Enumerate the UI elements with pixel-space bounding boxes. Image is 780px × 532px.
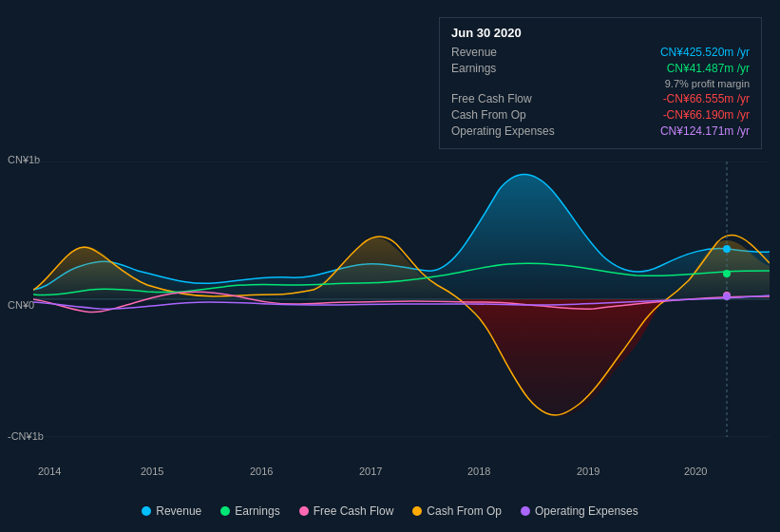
tooltip-value-revenue: CN¥425.520m /yr — [660, 46, 750, 59]
tooltip-value-earnings: CN¥41.487m /yr — [667, 62, 750, 75]
chart-svg — [33, 162, 770, 437]
tooltip-row-cfo: Cash From Op -CN¥66.190m /yr — [451, 108, 750, 122]
cfo-negative-area — [451, 299, 675, 417]
cfo-pos-area-2017 — [309, 238, 456, 299]
tooltip-label-cfo: Cash From Op — [451, 108, 526, 122]
tooltip-row-revenue: Revenue CN¥425.520m /yr — [451, 46, 750, 59]
legend-item-earnings: Earnings — [220, 504, 279, 518]
legend-dot-revenue — [142, 506, 151, 516]
chart-legend: Revenue Earnings Free Cash Flow Cash Fro… — [0, 504, 780, 518]
x-label-2020: 2020 — [684, 466, 707, 477]
x-label-2019: 2019 — [577, 466, 599, 477]
x-label-2017: 2017 — [359, 466, 382, 477]
x-label-2015: 2015 — [141, 466, 163, 477]
legend-dot-fcf — [299, 506, 309, 516]
opex-dot — [723, 293, 731, 300]
chart-container: Jun 30 2020 Revenue CN¥425.520m /yr Earn… — [0, 0, 780, 532]
tooltip-box: Jun 30 2020 Revenue CN¥425.520m /yr Earn… — [439, 17, 762, 149]
tooltip-value-cfo: -CN¥66.190m /yr — [663, 108, 750, 122]
legend-label-cfo: Cash From Op — [427, 504, 502, 518]
tooltip-row-earnings: Earnings CN¥41.487m /yr — [451, 62, 750, 75]
tooltip-label-fcf: Free Cash Flow — [451, 92, 532, 105]
tooltip-label-opex: Operating Expenses — [451, 124, 555, 138]
legend-label-earnings: Earnings — [235, 504, 279, 518]
tooltip-margin: 9.7% profit margin — [451, 78, 750, 89]
x-label-2016: 2016 — [250, 466, 273, 477]
tooltip-value-opex: CN¥124.171m /yr — [660, 124, 750, 138]
tooltip-value-fcf: -CN¥66.555m /yr — [663, 92, 750, 105]
legend-label-opex: Operating Expenses — [535, 504, 638, 518]
x-label-2018: 2018 — [467, 466, 490, 477]
legend-label-revenue: Revenue — [156, 504, 201, 518]
legend-item-revenue: Revenue — [142, 504, 201, 518]
tooltip-label-revenue: Revenue — [451, 46, 497, 59]
legend-item-opex: Operating Expenses — [521, 504, 638, 518]
legend-label-fcf: Free Cash Flow — [314, 504, 394, 518]
tooltip-label-earnings: Earnings — [451, 62, 496, 75]
tooltip-row-fcf: Free Cash Flow -CN¥66.555m /yr — [451, 92, 750, 105]
tooltip-date: Jun 30 2020 — [451, 26, 750, 40]
earnings-dot — [723, 270, 731, 277]
tooltip-row-opex: Operating Expenses CN¥124.171m /yr — [451, 124, 750, 138]
y-label-mid: CN¥0 — [8, 299, 34, 311]
legend-item-cfo: Cash From Op — [412, 504, 502, 518]
revenue-dot — [723, 245, 731, 253]
legend-dot-opex — [521, 506, 530, 516]
legend-dot-earnings — [220, 506, 230, 516]
legend-dot-cfo — [412, 506, 422, 516]
legend-item-fcf: Free Cash Flow — [299, 504, 394, 518]
x-label-2014: 2014 — [38, 466, 61, 477]
